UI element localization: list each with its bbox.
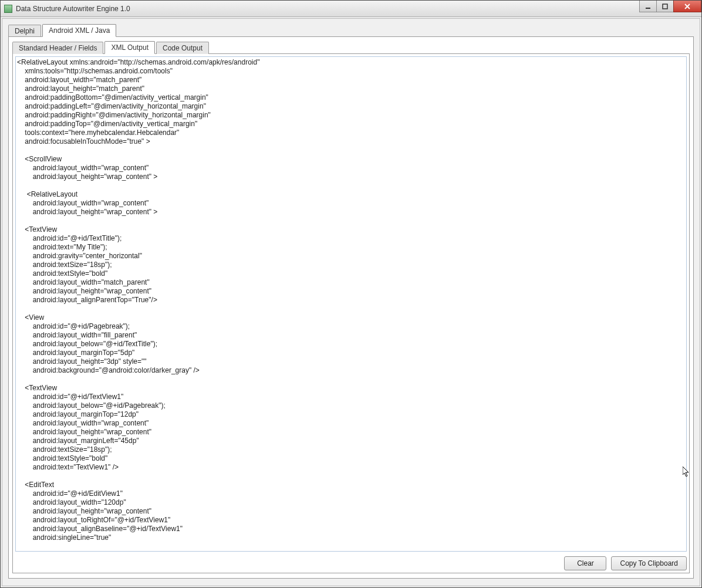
secondary-tabstrip: Standard Header / Fields XML Output Code…	[12, 40, 690, 53]
window-controls	[640, 1, 701, 12]
svg-rect-0	[646, 8, 650, 9]
minimize-button[interactable]	[639, 1, 657, 12]
window-title: Data Structure Autowriter Engine 1.0	[16, 5, 130, 13]
xml-output-textarea[interactable]: <RelativeLayout xmlns:android="http://sc…	[16, 57, 686, 551]
tab-delphi[interactable]: Delphi	[8, 25, 41, 37]
tab-xml-output[interactable]: XML Output	[104, 41, 155, 54]
button-row: Clear Copy To Clipboard	[15, 552, 687, 570]
secondary-tab-panel: <RelativeLayout xmlns:android="http://sc…	[12, 53, 690, 573]
clear-button[interactable]: Clear	[564, 556, 606, 570]
tab-code-output[interactable]: Code Output	[156, 42, 209, 54]
xml-output-container: <RelativeLayout xmlns:android="http://sc…	[15, 56, 687, 552]
svg-rect-1	[663, 4, 667, 9]
close-button[interactable]	[673, 1, 701, 12]
copy-to-clipboard-button[interactable]: Copy To Clipboard	[611, 556, 687, 570]
primary-tabstrip: Delphi Android XML / Java	[8, 23, 694, 36]
titlebar[interactable]: Data Structure Autowriter Engine 1.0	[1, 1, 701, 17]
primary-tab-panel: Standard Header / Fields XML Output Code…	[8, 36, 694, 579]
maximize-icon	[662, 4, 668, 9]
tab-android-xml-java[interactable]: Android XML / Java	[42, 24, 116, 37]
close-icon	[684, 4, 691, 9]
client-area: Delphi Android XML / Java Standard Heade…	[2, 18, 700, 586]
minimize-icon	[645, 4, 651, 9]
tab-standard-header-fields[interactable]: Standard Header / Fields	[12, 42, 103, 54]
maximize-button[interactable]	[656, 1, 674, 12]
app-window: Data Structure Autowriter Engine 1.0 Del…	[0, 0, 702, 588]
app-icon	[4, 5, 12, 13]
